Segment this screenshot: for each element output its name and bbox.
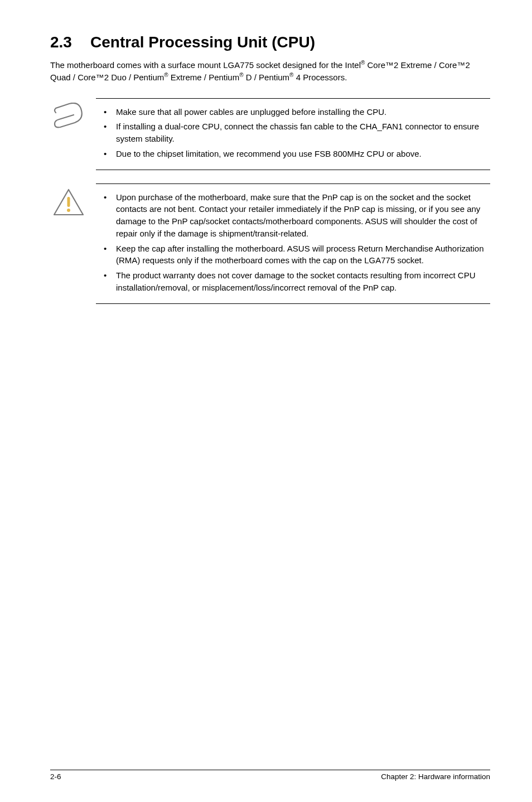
intro-text: The motherboard comes with a surface mou… xyxy=(50,60,361,70)
svg-point-1 xyxy=(67,209,70,212)
list-item: If installing a dual-core CPU, connect t… xyxy=(96,120,490,145)
page-number: 2-6 xyxy=(50,772,61,781)
list-item: Upon purchase of the motherboard, make s… xyxy=(96,191,490,240)
intro-paragraph: The motherboard comes with a surface mou… xyxy=(50,59,490,84)
list-item: The product warranty does not cover dama… xyxy=(96,269,490,294)
list-item: Make sure that all power cables are unpl… xyxy=(96,106,490,118)
reg-mark: ® xyxy=(164,72,168,78)
note-content: Upon purchase of the motherboard, make s… xyxy=(96,183,490,304)
intro-text: D / Pentium xyxy=(244,73,290,82)
intro-text: 4 Processors. xyxy=(293,73,347,82)
list-item: Keep the cap after installing the mother… xyxy=(96,243,490,267)
list-item: Due to the chipset limitation, we recomm… xyxy=(96,148,490,160)
svg-rect-0 xyxy=(67,197,70,207)
note-content: Make sure that all power cables are unpl… xyxy=(96,98,490,170)
section-title: Central Processing Unit (CPU) xyxy=(90,33,315,51)
chapter-label: Chapter 2: Hardware information xyxy=(381,772,490,781)
paperclip-icon xyxy=(52,98,96,129)
section-number: 2.3 xyxy=(50,33,90,51)
intro-text: Extreme / Pentium xyxy=(168,73,240,82)
info-note-box: Make sure that all power cables are unpl… xyxy=(50,98,490,170)
reg-mark: ® xyxy=(239,72,243,78)
caution-note-box: Upon purchase of the motherboard, make s… xyxy=(50,183,490,304)
caution-icon xyxy=(52,183,96,217)
page-footer: 2-6 Chapter 2: Hardware information xyxy=(50,770,490,781)
section-heading: 2.3Central Processing Unit (CPU) xyxy=(50,33,490,51)
